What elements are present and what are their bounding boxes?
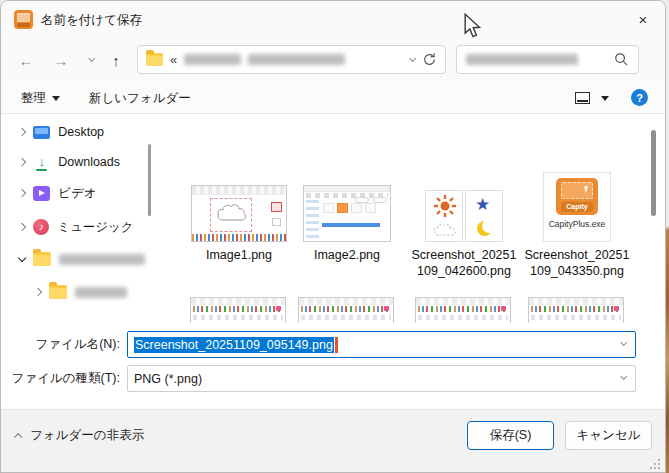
text-caret [335,337,338,353]
up-button[interactable]: ↑ [103,48,129,72]
file-item-partial[interactable] [528,297,624,323]
new-folder-button[interactable]: 新しいフォルダー [85,87,195,109]
chevron-right-icon[interactable] [34,288,43,297]
back-icon: ← [19,52,34,69]
resize-grip[interactable] [650,459,660,469]
close-icon: × [639,11,648,28]
save-as-dialog: 名前を付けて保存 × ← → ↑ « 整理 [0,0,666,473]
chevron-down-icon[interactable] [18,254,27,263]
forward-icon: → [54,52,69,69]
forward-button[interactable]: → [48,48,74,72]
file-name: Screenshot_20251109_043350.png [524,248,630,279]
back-button[interactable]: ← [13,48,39,72]
file-name: Image1.png [186,248,292,264]
chevron-right-icon[interactable] [18,223,27,232]
sidebar-item-label-blurred [75,287,127,298]
filetype-value: PNG (*.png) [134,372,202,386]
search-icon[interactable] [614,52,629,67]
app-icon-band [17,23,30,27]
filename-value-selected: Screenshot_20251109_095149.png [134,337,334,353]
chevron-up-icon [14,433,23,442]
folder-icon [49,285,67,299]
help-button[interactable]: ? [631,89,648,106]
file-item[interactable]: Capity CapityPlus.exe Screenshot_2025110… [524,148,630,279]
file-list-scrollbar[interactable] [651,130,656,216]
up-icon: ↑ [112,52,120,69]
hide-folders-label: フォルダーの非表示 [30,427,144,444]
address-bar[interactable]: « [137,45,446,74]
file-thumbnail: Capity CapityPlus.exe [543,172,611,242]
downloads-icon: ↓ [33,155,50,170]
address-dropdown-icon[interactable] [409,55,417,63]
folder-icon [146,53,163,66]
capity-app-icon: Capity [556,178,598,215]
file-item-partial[interactable] [415,297,511,323]
view-mode-button[interactable] [571,87,594,109]
folder-icon [33,252,51,266]
recent-locations-button[interactable] [79,48,105,72]
view-icon [575,92,590,104]
filetype-label: ファイルの種類(T): [1,370,127,387]
file-fields: ファイル名(N): Screenshot_20251109_095149.png… [1,323,665,409]
view-dropdown-button[interactable] [597,87,613,109]
title-bar[interactable]: 名前を付けて保存 × [1,1,665,39]
navigation-pane: Desktop ↓ Downloads ビデオ ♪ ミュージック [1,114,164,323]
sidebar-item-desktop[interactable]: Desktop [1,118,161,146]
cloud-outline-drawing [431,222,457,238]
save-label: 保存(S) [490,427,532,444]
chevron-right-icon[interactable] [18,189,27,198]
chevron-right-icon[interactable] [18,128,27,137]
close-button[interactable]: × [619,1,666,37]
cancel-label: キャンセル [577,427,641,444]
hide-folders-button[interactable]: フォルダーの非表示 [15,427,144,444]
path-segment-blurred[interactable] [184,54,241,65]
chevron-down-icon[interactable] [620,339,628,347]
sidebar-item-videos[interactable]: ビデオ [1,179,161,207]
new-folder-label: 新しいフォルダー [89,90,191,107]
sidebar-scrollbar[interactable] [148,144,151,216]
sidebar-item-label: ビデオ [58,185,96,202]
chevron-right-icon[interactable] [18,158,27,167]
window-title: 名前を付けて保存 [41,12,142,29]
app-icon [14,10,33,29]
sidebar-item-subfolder[interactable] [1,278,161,306]
help-icon: ? [636,92,643,104]
chevron-down-icon[interactable] [620,373,628,381]
file-thumbnail: ★ [425,190,503,242]
filename-label: ファイル名(N): [1,336,127,353]
music-icon: ♪ [33,219,49,235]
moon-drawing [477,221,492,236]
organize-button[interactable]: 整理 [17,87,64,109]
command-bar: 整理 新しいフォルダー ? [1,81,665,114]
videos-icon [33,186,50,201]
sidebar-item-folder-expanded[interactable] [1,245,161,273]
sidebar-item-label: Desktop [58,125,104,139]
content-area: Desktop ↓ Downloads ビデオ ♪ ミュージック [1,114,665,323]
refresh-icon[interactable] [422,52,437,67]
file-item[interactable]: ★ Screenshot_20251109_042600.png [411,148,517,279]
sidebar-item-label-blurred [59,254,145,265]
sidebar-item-label: Downloads [58,155,120,169]
organize-label: 整理 [21,90,46,107]
app-icon-screen [17,13,30,22]
save-button[interactable]: 保存(S) [467,421,554,450]
cancel-button[interactable]: キャンセル [565,421,652,450]
filename-input[interactable]: Screenshot_20251109_095149.png [127,331,636,358]
sidebar-item-music[interactable]: ♪ ミュージック [1,213,161,241]
desktop-icon [33,126,50,139]
path-segment-blurred[interactable] [248,54,345,65]
filetype-select[interactable]: PNG (*.png) [127,365,636,392]
file-item-partial[interactable] [190,297,286,323]
path-collapse-icon: « [170,52,177,67]
sidebar-item-label: ミュージック [57,219,133,236]
file-item[interactable]: Image2.png [294,148,400,264]
file-item-partial[interactable] [298,297,394,323]
sidebar-item-downloads[interactable]: ↓ Downloads [1,148,161,176]
search-box[interactable] [456,45,639,74]
chevron-down-icon [88,55,96,63]
file-item[interactable]: Image1.png [186,148,292,264]
dialog-footer: フォルダーの非表示 保存(S) キャンセル [1,409,665,473]
capity-icon-label: Capity [561,202,593,212]
dropdown-triangle-icon [601,96,609,101]
thumbnail-caption: CapityPlus.exe [549,219,606,229]
